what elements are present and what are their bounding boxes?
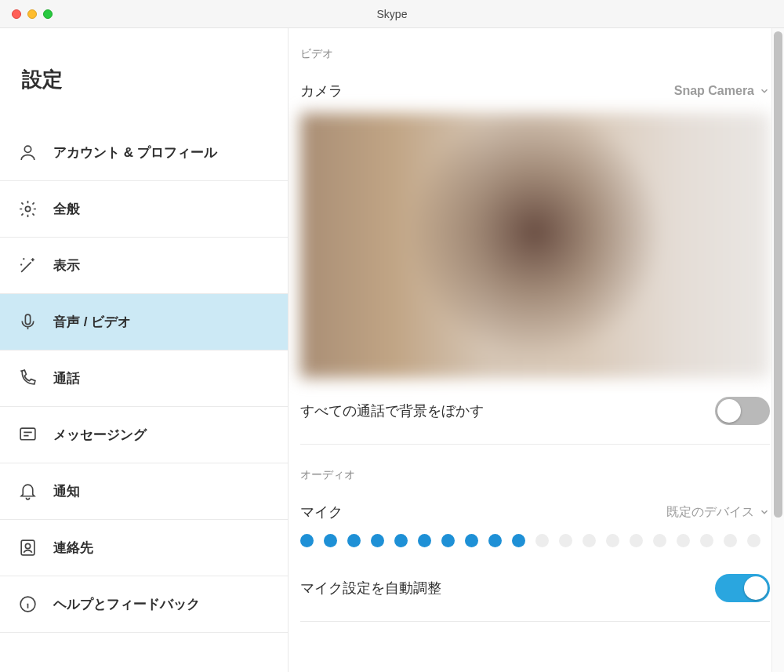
level-dot (583, 534, 596, 547)
gear-icon (17, 199, 38, 220)
level-dot (300, 534, 314, 547)
level-dot (535, 534, 549, 547)
level-dot (653, 534, 666, 547)
level-dot (347, 534, 361, 547)
blur-background-row: すべての通話で背景をぼかす (300, 384, 770, 438)
sidebar-item-messaging[interactable]: メッセージング (0, 407, 288, 463)
microphone-dropdown[interactable]: 既定のデバイス (666, 504, 770, 521)
svg-point-0 (24, 146, 31, 152)
level-dot (559, 534, 572, 547)
svg-rect-3 (20, 428, 35, 440)
sidebar-item-label: 表示 (53, 256, 80, 274)
microphone-dropdown-value: 既定のデバイス (666, 504, 754, 521)
video-section-label: ビデオ (300, 47, 770, 69)
level-dot (747, 534, 760, 547)
sidebar-item-label: 通話 (53, 369, 80, 387)
microphone-icon (17, 312, 38, 332)
level-dot (630, 534, 643, 547)
message-icon (17, 425, 38, 445)
divider (300, 621, 770, 622)
sidebar-item-help-feedback[interactable]: ヘルプとフィードバック (0, 576, 288, 633)
level-dot (394, 534, 408, 547)
sidebar: 設定 アカウント & プロフィール 全般 (0, 28, 289, 672)
sidebar-item-label: メッセージング (53, 426, 147, 444)
toggle-knob (717, 399, 741, 423)
camera-row: カメラ Snap Camera (300, 69, 770, 113)
microphone-row: マイク 既定のデバイス (300, 493, 770, 528)
sidebar-item-calling[interactable]: 通話 (0, 351, 288, 407)
sidebar-list: アカウント & プロフィール 全般 表示 (0, 125, 288, 633)
sidebar-item-label: 音声 / ビデオ (53, 313, 131, 331)
sidebar-item-contacts[interactable]: 連絡先 (0, 520, 288, 576)
blur-background-toggle[interactable] (715, 397, 770, 425)
blur-background-label: すべての通話で背景をぼかす (300, 401, 484, 420)
auto-adjust-mic-toggle[interactable] (715, 574, 770, 602)
user-icon (17, 143, 38, 163)
maximize-window-button[interactable] (43, 9, 53, 19)
minimize-window-button[interactable] (27, 9, 37, 19)
camera-dropdown[interactable]: Snap Camera (674, 84, 770, 98)
divider (300, 444, 770, 445)
sidebar-item-label: 通知 (53, 482, 80, 500)
sidebar-item-account-profile[interactable]: アカウント & プロフィール (0, 125, 288, 181)
camera-preview (300, 113, 770, 378)
info-icon (17, 594, 38, 615)
svg-point-1 (25, 206, 30, 211)
window-controls (12, 9, 53, 19)
sidebar-item-label: ヘルプとフィードバック (53, 595, 200, 613)
scrollbar-track[interactable] (771, 28, 784, 672)
svg-point-5 (25, 543, 30, 548)
sidebar-heading: 設定 (0, 28, 288, 125)
auto-adjust-mic-row: マイク設定を自動調整 (300, 561, 770, 615)
camera-label: カメラ (300, 82, 343, 100)
level-dot (441, 534, 455, 547)
sidebar-item-label: 全般 (53, 200, 80, 218)
chevron-down-icon (759, 85, 770, 96)
close-window-button[interactable] (12, 9, 21, 19)
titlebar: Skype (0, 0, 784, 28)
level-dot (606, 534, 619, 547)
chevron-down-icon (759, 507, 770, 518)
svg-rect-4 (21, 540, 34, 555)
level-dot (724, 534, 737, 547)
microphone-label: マイク (300, 503, 343, 521)
level-dot (418, 534, 431, 547)
microphone-level-meter (300, 528, 770, 552)
phone-icon (17, 369, 38, 389)
camera-dropdown-value: Snap Camera (674, 84, 754, 98)
main-panel: ビデオ カメラ Snap Camera すべての通話で背景をぼかす (289, 28, 784, 672)
sidebar-item-label: 連絡先 (53, 539, 93, 557)
level-dot (465, 534, 478, 547)
level-dot (677, 534, 690, 547)
level-dot (700, 534, 713, 547)
bell-icon (17, 481, 38, 502)
wand-icon (17, 256, 38, 276)
audio-section-label: オーディオ (300, 451, 770, 490)
sidebar-item-audio-video[interactable]: 音声 / ビデオ (0, 294, 288, 351)
svg-rect-2 (25, 314, 30, 325)
sidebar-item-appearance[interactable]: 表示 (0, 238, 288, 294)
scrollbar-thumb[interactable] (774, 31, 782, 518)
sidebar-item-notifications[interactable]: 通知 (0, 463, 288, 520)
sidebar-item-label: アカウント & プロフィール (53, 143, 217, 162)
level-dot (488, 534, 502, 547)
level-dot (512, 534, 525, 547)
auto-adjust-mic-label: マイク設定を自動調整 (300, 579, 441, 598)
level-dot (371, 534, 384, 547)
contacts-icon (17, 538, 38, 558)
window-title: Skype (0, 8, 784, 20)
sidebar-item-general[interactable]: 全般 (0, 181, 288, 238)
level-dot (324, 534, 337, 547)
toggle-knob (744, 576, 768, 600)
